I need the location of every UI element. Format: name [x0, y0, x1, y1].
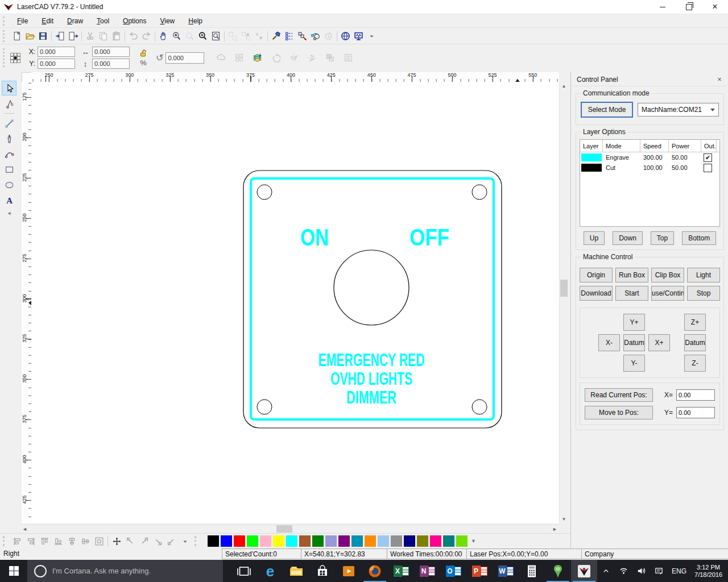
lock-ratio-icon[interactable]: [139, 49, 148, 58]
taskbar-powerpoint-button[interactable]: P: [466, 560, 493, 582]
volume-icon[interactable]: [636, 567, 646, 575]
bezier-tool-button[interactable]: [2, 147, 16, 161]
palette-color-swatch[interactable]: [234, 535, 245, 547]
x-position-field[interactable]: [38, 47, 75, 57]
taskbar-firefox-button[interactable]: [362, 560, 388, 582]
palette-color-swatch[interactable]: [404, 535, 415, 547]
close-button[interactable]: ×: [702, 0, 728, 14]
palette-color-swatch[interactable]: [273, 535, 284, 547]
horizontal-scroll-thumb[interactable]: [276, 525, 292, 533]
datum-xy-button[interactable]: Datum: [623, 334, 645, 351]
layer-speed[interactable]: 100.00: [640, 164, 669, 171]
menu-tool[interactable]: Tool: [90, 15, 116, 27]
palette-color-swatch[interactable]: [365, 535, 376, 547]
text-tool-button[interactable]: A: [2, 193, 16, 207]
node-tool-tool-button[interactable]: [2, 96, 16, 111]
toolbar-node-edit2-button[interactable]: [309, 30, 322, 43]
taskbar-word-button[interactable]: W: [493, 560, 519, 582]
pause-continue-button[interactable]: Pause/Continue: [651, 286, 684, 301]
light-button[interactable]: Light: [687, 268, 720, 282]
align-caret-button[interactable]: [178, 535, 192, 547]
scroll-right-icon[interactable]: ►: [551, 525, 559, 533]
jog-z-minus-button[interactable]: Z-: [684, 355, 706, 372]
toolbar-params-button[interactable]: [283, 30, 296, 43]
pen-tool-button[interactable]: [2, 131, 16, 146]
layer-table[interactable]: LayerModeSpeedPowerOut...Engrave300.0050…: [580, 139, 720, 227]
toolbar-new-button[interactable]: [10, 30, 23, 43]
layer-speed[interactable]: 300.00: [640, 154, 669, 161]
toolbar-export-button[interactable]: [67, 30, 80, 43]
hidden-icons-chevron-icon[interactable]: [601, 567, 611, 575]
taskbar-clock[interactable]: 3:12 PM 7/18/2016: [694, 564, 722, 579]
anchor-grid-selector[interactable]: [10, 53, 20, 63]
mount-hole-bottom-right[interactable]: [472, 400, 487, 414]
toolbar-open-button[interactable]: [23, 30, 36, 43]
palette-color-swatch[interactable]: [443, 535, 454, 547]
layer-color-swatch[interactable]: [581, 153, 602, 161]
mount-hole-top-left[interactable]: [257, 185, 272, 199]
width-field[interactable]: [92, 47, 130, 57]
taskbar-lasercad-button[interactable]: [571, 560, 597, 582]
line-tool-button[interactable]: [2, 116, 16, 131]
layer-color-swatch[interactable]: [581, 164, 602, 172]
palette-caret-icon[interactable]: ▼: [471, 538, 476, 544]
start-button[interactable]: [0, 560, 27, 582]
layer-mode[interactable]: Engrave: [603, 154, 640, 161]
read-current-pos-button[interactable]: Read Current Pos:: [585, 388, 653, 402]
palette-color-swatch[interactable]: [221, 535, 232, 547]
label-line1-text[interactable]: EMERGENCY RED: [318, 350, 425, 370]
rect-tool-button[interactable]: [2, 162, 16, 177]
height-field[interactable]: [92, 59, 130, 69]
ellipse-tool-button[interactable]: [2, 177, 16, 192]
minimize-button[interactable]: [650, 0, 676, 14]
layer-output-checkbox[interactable]: ✔: [704, 153, 712, 162]
taskbar-onenote-button[interactable]: N: [414, 560, 440, 582]
scroll-left-icon[interactable]: ◄: [20, 525, 29, 533]
toolbar-zoom-all-button[interactable]: [196, 30, 209, 43]
transform-layers-button[interactable]: [251, 51, 264, 64]
layer-top-button[interactable]: Top: [651, 231, 674, 245]
on-text[interactable]: ON: [300, 224, 329, 251]
notification-icon[interactable]: [654, 567, 664, 575]
column-header[interactable]: Mode: [603, 140, 640, 152]
stop-button[interactable]: Stop: [687, 286, 720, 301]
toolbar-caret-button[interactable]: [365, 30, 378, 43]
select-tool-button[interactable]: [2, 81, 16, 95]
layer-down-button[interactable]: Down: [613, 231, 643, 245]
palette-collapse-icon[interactable]: ◄: [7, 210, 12, 216]
datum-z-button[interactable]: Datum: [684, 334, 706, 351]
language-indicator[interactable]: ENG: [672, 567, 686, 575]
palette-color-swatch[interactable]: [338, 535, 350, 547]
scroll-up-icon[interactable]: ▲: [560, 82, 568, 90]
toolbar-grip[interactable]: [3, 48, 7, 67]
vertical-scrollbar[interactable]: ▲ ▼: [559, 82, 568, 523]
taskbar-store-button[interactable]: [309, 560, 336, 582]
label-line3-text[interactable]: DIMMER: [346, 388, 396, 408]
cortana-search[interactable]: I'm Cortana. Ask me anything.: [27, 560, 223, 582]
palette-color-swatch[interactable]: [391, 535, 402, 547]
toolbar-save-button[interactable]: [36, 30, 49, 43]
x-position-readout[interactable]: [676, 389, 715, 401]
menu-file[interactable]: File: [10, 15, 35, 27]
taskbar-movies-tv-button[interactable]: [336, 560, 362, 582]
wifi-icon[interactable]: [619, 567, 628, 575]
align-move-center-button[interactable]: [110, 535, 123, 547]
menu-draw[interactable]: Draw: [60, 15, 90, 27]
y-position-field[interactable]: [38, 59, 75, 69]
taskbar-file-explorer-button[interactable]: [283, 560, 309, 582]
taskbar-coreldraw-button[interactable]: [545, 560, 571, 582]
switch-hole[interactable]: [334, 250, 409, 325]
toolbar-pick-params-button[interactable]: [296, 30, 309, 43]
menu-options[interactable]: Options: [116, 15, 153, 27]
column-header[interactable]: Layer: [580, 140, 603, 152]
toolbar-pan-button[interactable]: [157, 30, 170, 43]
palette-color-swatch[interactable]: [417, 535, 428, 547]
toolbar-import-button[interactable]: [53, 30, 67, 43]
toolbar-zoom-in-button[interactable]: [170, 30, 183, 43]
control-panel-close-icon[interactable]: ×: [715, 75, 724, 84]
menu-help[interactable]: Help: [181, 15, 209, 27]
taskbar-excel-button[interactable]: X: [388, 560, 414, 582]
toolbar-monitor-button[interactable]: [352, 30, 365, 43]
palette-color-swatch[interactable]: [351, 535, 363, 547]
rotation-field[interactable]: [166, 52, 204, 64]
